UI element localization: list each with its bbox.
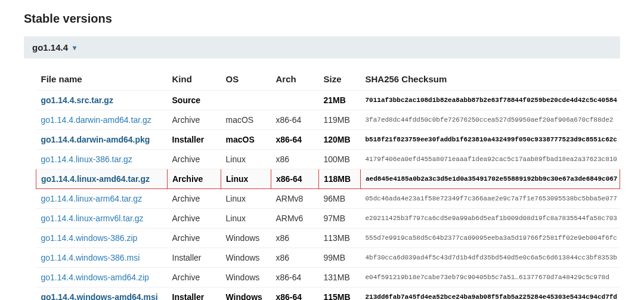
cell-sha: 4bf30cca6d039ad4f5c43d7d1b4dfd35bd540d5e… [361,248,620,268]
cell-sha: b518f21f823759ee30faddb1f623810a432499f0… [361,130,620,150]
table-row: go1.14.4.windows-386.zipArchiveWindowsx8… [36,228,620,248]
table-row: go1.14.4.linux-amd64.tar.gzArchiveLinuxx… [36,169,620,189]
cell-kind: Installer [168,287,221,301]
chevron-down-icon: ▾ [73,44,76,52]
table-row: go1.14.4.windows-amd64.msiInstallerWindo… [36,287,620,301]
downloads-table: File name Kind OS Arch Size SHA256 Check… [36,69,620,300]
cell-arch: x86-64 [271,287,319,301]
cell-arch: x86-64 [271,268,319,287]
table-row: go1.14.4.darwin-amd64.pkgInstallermacOSx… [36,130,620,150]
file-link[interactable]: go1.14.4.windows-amd64.zip [41,273,149,282]
table-row: go1.14.4.windows-amd64.zipArchiveWindows… [36,268,620,287]
cell-kind: Installer [168,248,221,268]
cell-kind: Archive [168,169,221,189]
cell-os: Linux [221,150,271,169]
file-link[interactable]: go1.14.4.src.tar.gz [41,95,113,105]
table-row: go1.14.4.linux-armv6l.tar.gzArchiveLinux… [36,209,620,228]
cell-arch: ARMv6 [271,209,319,228]
file-link[interactable]: go1.14.4.linux-amd64.tar.gz [41,174,150,184]
cell-sha: 555d7e9919ca58d5c64b2377ca09095eeba3a5d1… [361,228,620,248]
cell-sha: aed845e4185a0b2a3c3d5e1d0a35491702e55889… [361,169,620,189]
table-header-row: File name Kind OS Arch Size SHA256 Check… [36,69,620,91]
cell-size: 118MB [319,169,361,189]
col-os: OS [221,69,271,91]
table-row: go1.14.4.src.tar.gzSource21MB7011af3bbc2… [36,91,620,110]
file-link[interactable]: go1.14.4.linux-386.tar.gz [41,154,132,164]
cell-kind: Source [168,91,221,110]
cell-kind: Archive [168,209,221,228]
cell-arch [271,91,319,110]
cell-size: 100MB [319,150,361,169]
cell-kind: Installer [168,130,221,150]
cell-size: 97MB [319,209,361,228]
table-row: go1.14.4.windows-386.msiInstallerWindows… [36,248,620,268]
cell-os: Linux [221,189,271,209]
cell-kind: Archive [168,189,221,209]
cell-kind: Archive [168,268,221,287]
cell-sha: 3fa7ed8dc44fdd50c0bfe72676250ccea527d599… [361,110,620,130]
file-link[interactable]: go1.14.4.darwin-amd64.tar.gz [41,115,151,125]
cell-os [221,91,271,110]
cell-sha: 7011af3bbc2ac108d1b82ea8abb87b2e63f78844… [361,91,620,110]
cell-size: 120MB [319,130,361,150]
cell-size: 131MB [319,268,361,287]
table-row: go1.14.4.linux-arm64.tar.gzArchiveLinuxA… [36,189,620,209]
cell-arch: x86 [271,228,319,248]
file-link[interactable]: go1.14.4.linux-arm64.tar.gz [41,194,143,203]
cell-arch: x86-64 [271,110,319,130]
cell-sha: 4179f406ea0efd455a8071eaaaf1dea92cac5c17… [361,150,620,169]
stable-versions-heading: Stable versions [24,12,620,26]
cell-sha: e20211425b3f797ca6cd5e9a99ab6d5eaf1b009d… [361,209,620,228]
cell-size: 113MB [319,228,361,248]
col-size: Size [319,69,361,91]
col-kind: Kind [168,69,221,91]
version-label: go1.14.4 [32,42,68,52]
cell-os: Linux [221,209,271,228]
cell-arch: x86 [271,248,319,268]
cell-sha: 05dc46ada4e23a1f58e72349f7c366aae2e9c7a7… [361,189,620,209]
cell-arch: ARMv8 [271,189,319,209]
cell-kind: Archive [168,150,221,169]
file-link[interactable]: go1.14.4.windows-386.zip [41,233,138,243]
cell-arch: x86-64 [271,169,319,189]
cell-size: 96MB [319,189,361,209]
cell-os: Windows [221,228,271,248]
cell-os: Windows [221,268,271,287]
cell-arch: x86 [271,150,319,169]
table-row: go1.14.4.linux-386.tar.gzArchiveLinuxx86… [36,150,620,169]
cell-arch: x86-64 [271,130,319,150]
cell-sha: e04f591219b18e7cabe73eb79c90405b5c7a51…6… [361,268,620,287]
col-sha: SHA256 Checksum [361,69,620,91]
cell-sha: 213dd6fab7a45fd4ea52bce24ba9ab08f5fab5a2… [361,287,620,301]
cell-size: 99MB [319,248,361,268]
cell-kind: Archive [168,228,221,248]
file-link[interactable]: go1.14.4.linux-armv6l.tar.gz [41,214,144,223]
cell-os: Windows [221,248,271,268]
table-row: go1.14.4.darwin-amd64.tar.gzArchivemacOS… [36,110,620,130]
file-link[interactable]: go1.14.4.darwin-amd64.pkg [41,135,150,144]
cell-kind: Archive [168,110,221,130]
cell-size: 115MB [319,287,361,301]
col-arch: Arch [271,69,319,91]
cell-size: 119MB [319,110,361,130]
cell-os: macOS [221,130,271,150]
cell-os: Linux [221,169,271,189]
cell-size: 21MB [319,91,361,110]
file-link[interactable]: go1.14.4.windows-amd64.msi [41,292,158,300]
version-toggle[interactable]: go1.14.4 ▾ [24,36,620,58]
cell-os: Windows [221,287,271,301]
file-link[interactable]: go1.14.4.windows-386.msi [41,253,140,262]
col-file: File name [36,69,168,91]
cell-os: macOS [221,110,271,130]
